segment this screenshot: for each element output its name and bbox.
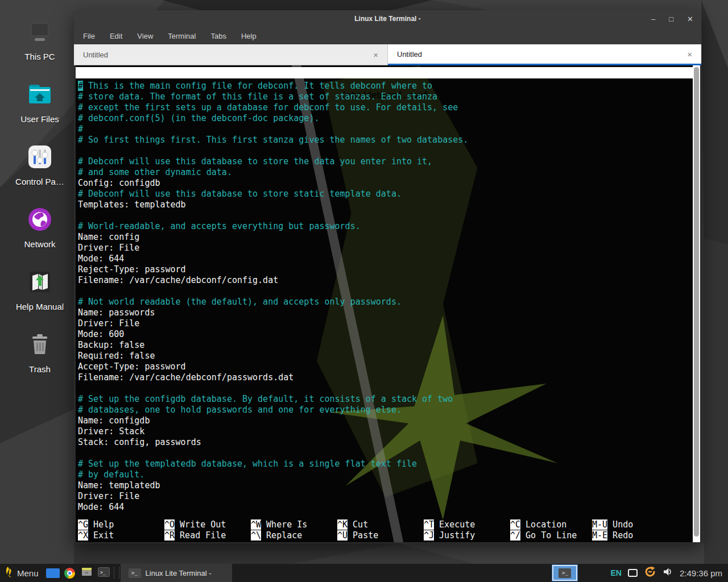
- nano-line: [78, 146, 692, 156]
- user-files-icon: [25, 80, 55, 109]
- nano-shortcut: ^/ Go To Line: [510, 530, 592, 541]
- menu-bar: FileEditViewTerminalTabsHelp: [74, 27, 701, 44]
- desktop-icon-this-pc[interactable]: This PC: [6, 17, 74, 80]
- nano-shortcut: ^G Help: [78, 519, 164, 530]
- scrollbar-thumb[interactable]: [694, 67, 699, 537]
- chrome-browser-icon: [64, 568, 75, 579]
- desktop-icon-user-files[interactable]: User Files: [6, 80, 74, 142]
- nano-shortcut: ^W Where Is: [251, 519, 337, 530]
- menu-edit[interactable]: Edit: [110, 32, 122, 40]
- nano-line: Reject-Type: password: [78, 264, 692, 275]
- nano-line: # databases, one to hold passwords and o…: [78, 405, 692, 415]
- tab-untitled-2[interactable]: Untitled ×: [388, 44, 701, 65]
- menu-tabs[interactable]: Tabs: [210, 32, 226, 40]
- desktop-icon-trash[interactable]: Trash: [6, 330, 74, 392]
- tab-untitled-1[interactable]: Untitled ×: [74, 44, 388, 65]
- taskbar-clock[interactable]: 2:49:36 pm: [680, 568, 722, 578]
- desktop-icon-help-manual[interactable]: Help Manual: [6, 267, 74, 330]
- launcher-terminal[interactable]: >_: [96, 564, 113, 582]
- taskbar: Menu >_ >_ Linux Lite Terminal -: [0, 564, 728, 582]
- close-button[interactable]: ✕: [687, 15, 693, 23]
- nano-shortcut: M-E Redo: [592, 530, 692, 541]
- nano-line: # store data. The format of this file is…: [78, 92, 692, 102]
- maximize-button[interactable]: □: [669, 15, 673, 23]
- keyboard-layout-indicator[interactable]: EN: [610, 568, 621, 577]
- desktop-icon-label: Control Pa…: [15, 177, 64, 186]
- trash-icon: [25, 330, 55, 359]
- nano-shortcut-bar: ^G Help^X Exit^O Write Out^R Read File^W…: [78, 519, 692, 541]
- menu-terminal[interactable]: Terminal: [168, 32, 196, 40]
- control-panel-icon: [25, 142, 55, 172]
- nano-shortcut: ^\ Replace: [251, 530, 337, 541]
- desktop-icon-label: This PC: [24, 52, 55, 61]
- volume-icon[interactable]: [663, 567, 673, 579]
- shortcut-column: ^T Execute^J Justify: [424, 519, 510, 541]
- start-menu-label: Menu: [17, 568, 39, 578]
- nano-shortcut: M-U Undo: [592, 519, 692, 530]
- shortcut-column: ^O Write Out^R Read File: [164, 519, 251, 541]
- taskbar-separator: [114, 567, 119, 579]
- menu-help[interactable]: Help: [241, 32, 257, 40]
- desktop-icon-label: Network: [24, 239, 55, 249]
- nano-line: # Set up the configdb database. By defau…: [78, 394, 692, 405]
- terminal-scrollbar[interactable]: [693, 65, 700, 542]
- nano-titlebar: GNU nano 7.2 /etc/debconf.conf: [76, 67, 693, 78]
- taskbar-task-button[interactable]: >_ Linux Lite Terminal -: [121, 564, 232, 582]
- svg-text:>_: >_: [100, 569, 106, 575]
- desktop-icon-label: User Files: [20, 114, 59, 124]
- minimize-button[interactable]: –: [651, 15, 655, 23]
- window-titlebar[interactable]: Linux Lite Terminal - – □ ✕: [74, 10, 701, 27]
- nano-line: # Not world readable (the default), and …: [78, 297, 692, 307]
- nano-line: # except the first sets up a database fo…: [78, 102, 692, 113]
- task-button-label: Linux Lite Terminal -: [146, 569, 212, 577]
- launcher-chrome[interactable]: [61, 564, 78, 582]
- launcher-archive[interactable]: [78, 564, 96, 582]
- nano-line: Name: config: [78, 232, 692, 243]
- launcher-file-manager[interactable]: [44, 564, 61, 582]
- nano-buffer: # This is the main config file for debco…: [78, 81, 692, 513]
- nano-shortcut: ^T Execute: [424, 519, 510, 530]
- nano-line: [78, 448, 692, 459]
- nano-line: Name: templatedb: [78, 480, 692, 491]
- shortcut-column: ^C Location^/ Go To Line: [510, 519, 592, 541]
- nano-line: Driver: File: [78, 491, 692, 502]
- terminal-window: Linux Lite Terminal - – □ ✕ FileEditView…: [74, 10, 701, 543]
- nano-line: Filename: /var/cache/debconf/config.dat: [78, 275, 692, 286]
- terminal-viewport[interactable]: GNU nano 7.2 /etc/debconf.conf # This is…: [76, 65, 700, 542]
- tab-close-icon[interactable]: ×: [373, 50, 378, 60]
- desktop-icon-control-panel[interactable]: Control Pa…: [6, 142, 74, 205]
- clipboard-icon[interactable]: [628, 569, 638, 577]
- desktop-icon-label: Trash: [29, 364, 51, 374]
- nano-line: # and some other dynamic data.: [78, 167, 692, 178]
- file-manager-icon: [46, 568, 60, 578]
- nano-line: Name: passwords: [78, 307, 692, 318]
- desktop-icon-network[interactable]: Network: [6, 205, 74, 267]
- desktop-icon-list: This PC User Files: [6, 17, 74, 392]
- shortcut-column: M-U UndoM-E Redo: [592, 519, 692, 541]
- linux-lite-logo-icon: [5, 566, 13, 580]
- nano-line: [78, 383, 692, 394]
- update-notifier-icon[interactable]: [644, 566, 656, 580]
- nano-line: # Debconf will use this database to stor…: [78, 189, 692, 199]
- nano-line: Driver: Stack: [78, 426, 692, 437]
- nano-line: [78, 286, 692, 297]
- this-pc-icon: [25, 17, 55, 47]
- menu-file[interactable]: File: [83, 32, 95, 40]
- menu-view[interactable]: View: [137, 32, 153, 40]
- help-manual-icon: [25, 267, 55, 297]
- shortcut-column: ^K Cut^U Paste: [337, 519, 424, 541]
- start-menu-button[interactable]: Menu: [0, 564, 44, 582]
- nano-shortcut: ^K Cut: [337, 519, 424, 530]
- nano-line: # World-readable, and accepts everything…: [78, 221, 692, 232]
- system-tray: EN 2:49:36 pm: [610, 566, 728, 580]
- nano-shortcut: ^R Read File: [164, 530, 251, 541]
- workspace-switcher[interactable]: >_: [552, 565, 577, 581]
- task-terminal-icon: >_: [129, 568, 141, 578]
- nano-line: # Debconf will use this database to stor…: [78, 156, 692, 167]
- nano-line: [78, 210, 692, 221]
- nano-line: Mode: 644: [78, 502, 692, 513]
- network-icon: [25, 205, 55, 234]
- nano-cursor: #: [78, 81, 83, 91]
- tab-close-icon[interactable]: ×: [687, 49, 692, 59]
- nano-line: # by default.: [78, 469, 692, 480]
